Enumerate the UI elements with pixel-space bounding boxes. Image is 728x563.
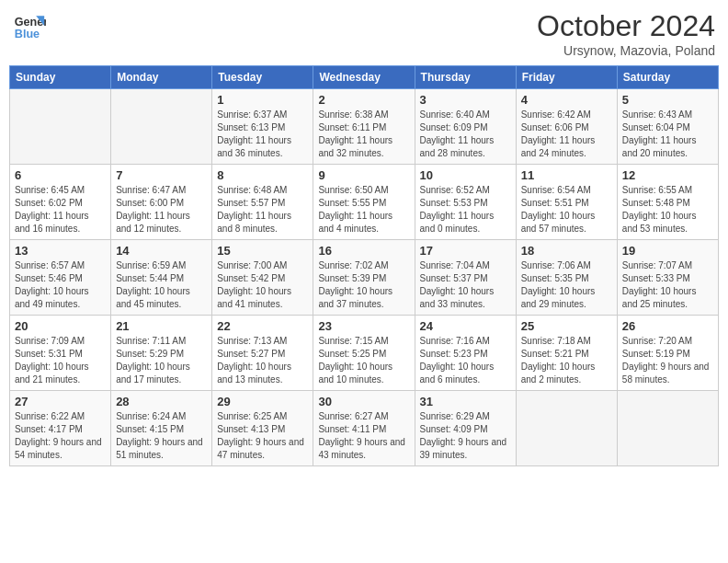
day-info: Sunrise: 6:48 AM Sunset: 5:57 PM Dayligh…: [217, 184, 308, 236]
calendar-week-row: 27Sunrise: 6:22 AM Sunset: 4:17 PM Dayli…: [10, 391, 719, 466]
weekday-header-wednesday: Wednesday: [313, 66, 415, 89]
day-info: Sunrise: 6:45 AM Sunset: 6:02 PM Dayligh…: [15, 184, 106, 236]
day-info: Sunrise: 7:20 AM Sunset: 5:19 PM Dayligh…: [622, 335, 713, 386]
calendar-cell: 18Sunrise: 7:06 AM Sunset: 5:35 PM Dayli…: [516, 240, 617, 316]
day-info: Sunrise: 6:37 AM Sunset: 6:13 PM Dayligh…: [217, 109, 308, 160]
calendar-cell: 14Sunrise: 6:59 AM Sunset: 5:44 PM Dayli…: [111, 240, 212, 316]
calendar-cell: 31Sunrise: 6:29 AM Sunset: 4:09 PM Dayli…: [415, 391, 516, 466]
day-info: Sunrise: 6:38 AM Sunset: 6:11 PM Dayligh…: [318, 109, 409, 160]
day-number: 31: [420, 395, 511, 408]
day-info: Sunrise: 7:04 AM Sunset: 5:37 PM Dayligh…: [420, 259, 511, 311]
day-number: 17: [420, 244, 511, 258]
calendar-cell: 2Sunrise: 6:38 AM Sunset: 6:11 PM Daylig…: [313, 89, 415, 165]
calendar-week-row: 6Sunrise: 6:45 AM Sunset: 6:02 PM Daylig…: [10, 165, 719, 240]
calendar-cell: 17Sunrise: 7:04 AM Sunset: 5:37 PM Dayli…: [415, 240, 516, 316]
day-info: Sunrise: 6:50 AM Sunset: 5:55 PM Dayligh…: [318, 184, 409, 236]
calendar-cell: 25Sunrise: 7:18 AM Sunset: 5:21 PM Dayli…: [516, 316, 617, 391]
svg-text:Blue: Blue: [15, 28, 40, 40]
calendar-cell: 30Sunrise: 6:27 AM Sunset: 4:11 PM Dayli…: [313, 391, 415, 466]
calendar-cell: 9Sunrise: 6:50 AM Sunset: 5:55 PM Daylig…: [313, 165, 415, 240]
page-header: General Blue October 2024 Ursynow, Mazov…: [9, 9, 719, 58]
calendar-cell: 19Sunrise: 7:07 AM Sunset: 5:33 PM Dayli…: [617, 240, 718, 316]
calendar-cell: 1Sunrise: 6:37 AM Sunset: 6:13 PM Daylig…: [212, 89, 313, 165]
calendar-cell: 23Sunrise: 7:15 AM Sunset: 5:25 PM Dayli…: [313, 316, 415, 391]
day-info: Sunrise: 7:18 AM Sunset: 5:21 PM Dayligh…: [521, 335, 612, 386]
logo-icon: General Blue: [13, 9, 46, 42]
calendar-cell: 22Sunrise: 7:13 AM Sunset: 5:27 PM Dayli…: [212, 316, 313, 391]
day-number: 1: [217, 93, 308, 107]
day-number: 9: [318, 168, 409, 182]
day-info: Sunrise: 6:29 AM Sunset: 4:09 PM Dayligh…: [420, 410, 511, 462]
calendar-cell: 20Sunrise: 7:09 AM Sunset: 5:31 PM Dayli…: [10, 316, 111, 391]
calendar-cell: 11Sunrise: 6:54 AM Sunset: 5:51 PM Dayli…: [516, 165, 617, 240]
calendar-cell: 4Sunrise: 6:42 AM Sunset: 6:06 PM Daylig…: [516, 89, 617, 165]
day-number: 14: [116, 244, 207, 258]
day-number: 6: [15, 168, 106, 182]
weekday-header-thursday: Thursday: [415, 66, 516, 89]
calendar-cell: [617, 391, 718, 466]
day-info: Sunrise: 6:47 AM Sunset: 6:00 PM Dayligh…: [116, 184, 207, 236]
day-number: 16: [318, 244, 409, 258]
day-info: Sunrise: 7:16 AM Sunset: 5:23 PM Dayligh…: [420, 335, 511, 386]
day-number: 3: [420, 93, 511, 107]
day-info: Sunrise: 7:06 AM Sunset: 5:35 PM Dayligh…: [521, 259, 612, 311]
day-info: Sunrise: 7:13 AM Sunset: 5:27 PM Dayligh…: [217, 335, 308, 386]
day-number: 12: [622, 168, 713, 182]
weekday-header-tuesday: Tuesday: [212, 66, 313, 89]
day-number: 29: [217, 395, 308, 408]
day-number: 15: [217, 244, 308, 258]
calendar-week-row: 1Sunrise: 6:37 AM Sunset: 6:13 PM Daylig…: [10, 89, 719, 165]
calendar-cell: 6Sunrise: 6:45 AM Sunset: 6:02 PM Daylig…: [10, 165, 111, 240]
day-number: 13: [15, 244, 106, 258]
day-number: 10: [420, 168, 511, 182]
day-info: Sunrise: 6:22 AM Sunset: 4:17 PM Dayligh…: [15, 410, 106, 462]
day-number: 19: [622, 244, 713, 258]
day-number: 24: [420, 319, 511, 333]
calendar-cell: [111, 89, 212, 165]
calendar-cell: 10Sunrise: 6:52 AM Sunset: 5:53 PM Dayli…: [415, 165, 516, 240]
day-number: 7: [116, 168, 207, 182]
day-number: 28: [116, 395, 207, 408]
day-number: 18: [521, 244, 612, 258]
day-info: Sunrise: 6:27 AM Sunset: 4:11 PM Dayligh…: [318, 410, 409, 462]
day-number: 21: [116, 319, 207, 333]
day-info: Sunrise: 7:00 AM Sunset: 5:42 PM Dayligh…: [217, 259, 308, 311]
calendar-cell: 15Sunrise: 7:00 AM Sunset: 5:42 PM Dayli…: [212, 240, 313, 316]
day-info: Sunrise: 6:54 AM Sunset: 5:51 PM Dayligh…: [521, 184, 612, 236]
day-info: Sunrise: 6:59 AM Sunset: 5:44 PM Dayligh…: [116, 259, 207, 311]
day-number: 20: [15, 319, 106, 333]
weekday-header-monday: Monday: [111, 66, 212, 89]
day-info: Sunrise: 6:42 AM Sunset: 6:06 PM Dayligh…: [521, 109, 612, 160]
day-number: 2: [318, 93, 409, 107]
calendar-cell: 3Sunrise: 6:40 AM Sunset: 6:09 PM Daylig…: [415, 89, 516, 165]
calendar-cell: 16Sunrise: 7:02 AM Sunset: 5:39 PM Dayli…: [313, 240, 415, 316]
day-number: 8: [217, 168, 308, 182]
day-number: 25: [521, 319, 612, 333]
day-number: 5: [622, 93, 713, 107]
calendar-cell: [10, 89, 111, 165]
day-number: 23: [318, 319, 409, 333]
calendar-cell: 28Sunrise: 6:24 AM Sunset: 4:15 PM Dayli…: [111, 391, 212, 466]
calendar-cell: 21Sunrise: 7:11 AM Sunset: 5:29 PM Dayli…: [111, 316, 212, 391]
day-info: Sunrise: 6:55 AM Sunset: 5:48 PM Dayligh…: [622, 184, 713, 236]
calendar-cell: [516, 391, 617, 466]
calendar-week-row: 13Sunrise: 6:57 AM Sunset: 5:46 PM Dayli…: [10, 240, 719, 316]
calendar-cell: 13Sunrise: 6:57 AM Sunset: 5:46 PM Dayli…: [10, 240, 111, 316]
day-info: Sunrise: 6:43 AM Sunset: 6:04 PM Dayligh…: [622, 109, 713, 160]
location-subtitle: Ursynow, Mazovia, Poland: [537, 43, 715, 58]
calendar-cell: 7Sunrise: 6:47 AM Sunset: 6:00 PM Daylig…: [111, 165, 212, 240]
day-info: Sunrise: 7:11 AM Sunset: 5:29 PM Dayligh…: [116, 335, 207, 386]
day-number: 30: [318, 395, 409, 408]
calendar-week-row: 20Sunrise: 7:09 AM Sunset: 5:31 PM Dayli…: [10, 316, 719, 391]
day-info: Sunrise: 6:52 AM Sunset: 5:53 PM Dayligh…: [420, 184, 511, 236]
calendar-cell: 26Sunrise: 7:20 AM Sunset: 5:19 PM Dayli…: [617, 316, 718, 391]
day-info: Sunrise: 6:57 AM Sunset: 5:46 PM Dayligh…: [15, 259, 106, 311]
day-info: Sunrise: 6:25 AM Sunset: 4:13 PM Dayligh…: [217, 410, 308, 462]
weekday-header-friday: Friday: [516, 66, 617, 89]
day-info: Sunrise: 7:02 AM Sunset: 5:39 PM Dayligh…: [318, 259, 409, 311]
day-info: Sunrise: 6:24 AM Sunset: 4:15 PM Dayligh…: [116, 410, 207, 462]
day-number: 27: [15, 395, 106, 408]
day-info: Sunrise: 6:40 AM Sunset: 6:09 PM Dayligh…: [420, 109, 511, 160]
day-info: Sunrise: 7:07 AM Sunset: 5:33 PM Dayligh…: [622, 259, 713, 311]
day-number: 26: [622, 319, 713, 333]
